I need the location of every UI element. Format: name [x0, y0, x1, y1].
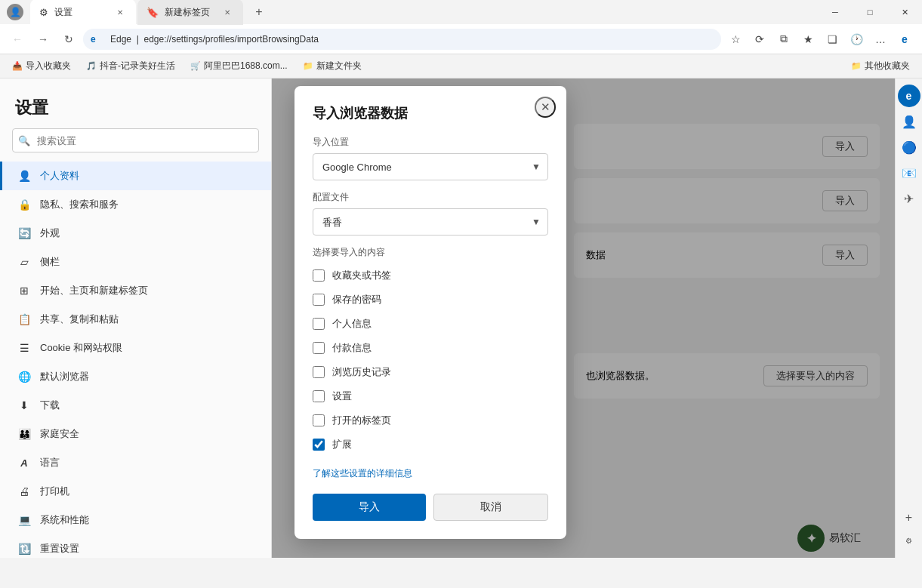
edge-favicon: e	[91, 34, 96, 45]
sidebar-item-default[interactable]: 🌐 默认浏览器	[0, 362, 271, 391]
sidebar-item-startup[interactable]: ⊞ 开始、主页和新建标签页	[0, 276, 271, 305]
sidebar-item-family[interactable]: 👨‍👩‍👦 家庭安全	[0, 420, 271, 448]
import-dialog: ✕ 导入浏览器数据 导入位置 Google Chrome Microsoft E…	[294, 86, 566, 539]
checkbox-settings-label: 设置	[332, 389, 352, 403]
checkbox-passwords-input[interactable]	[313, 294, 325, 306]
tab-newtab[interactable]: 🔖 新建标签页 ✕	[137, 0, 243, 25]
tab-newtab-close[interactable]: ✕	[220, 5, 234, 19]
sidebar-item-reset[interactable]: 🔃 重置设置	[0, 534, 271, 558]
sidebar-item-language[interactable]: A 语言	[0, 448, 271, 477]
sidebar-item-downloads[interactable]: ⬇ 下载	[0, 391, 271, 420]
dialog-cancel-button[interactable]: 取消	[433, 494, 548, 521]
checkbox-opentabs-input[interactable]	[313, 414, 325, 426]
tab-settings[interactable]: ⚙ 设置 ✕	[30, 0, 136, 25]
checkbox-favorites-label: 收藏夹或书签	[332, 269, 391, 282]
more-tools-button[interactable]: …	[869, 29, 892, 50]
browser-essentials-button[interactable]: 🕐	[845, 29, 868, 50]
profile-label: 配置文件	[313, 191, 548, 204]
main-page: 导入 导入 数据 导入 也浏览器数据。 选择要导入的内容	[272, 79, 895, 558]
share-nav-icon: 📋	[17, 312, 31, 326]
checkbox-history[interactable]: 浏览历史记录	[313, 360, 548, 384]
search-settings-input[interactable]	[12, 128, 259, 152]
sidebar-item-share[interactable]: 📋 共享、复制和粘贴	[0, 305, 271, 334]
dialog-close-button[interactable]: ✕	[535, 97, 556, 118]
checkbox-opentabs[interactable]: 打开的标签页	[313, 408, 548, 433]
checkbox-history-input[interactable]	[313, 366, 325, 378]
edge-sidebar-logo[interactable]: e	[898, 85, 920, 107]
checkbox-settings[interactable]: 设置	[313, 384, 548, 408]
edge-right-sidebar: e 👤 🔵 📧 ✈ + ⚙	[895, 79, 922, 558]
edge-sidebar-collections[interactable]: 🔵	[898, 136, 920, 159]
system-nav-icon: 💻	[17, 513, 31, 527]
profile-select-wrap: 香香 默认 ▼	[313, 208, 548, 236]
edge-sidebar-bing[interactable]: ✈	[898, 187, 920, 210]
checkbox-favorites[interactable]: 收藏夹或书签	[313, 263, 548, 288]
favorites-star-button[interactable]: ☆	[724, 29, 747, 50]
tab-settings-icon: ⚙	[39, 7, 48, 18]
refresh-button[interactable]: ↻	[57, 29, 80, 50]
bookmark-alibaba-label: 阿里巴巴1688.com...	[204, 60, 288, 72]
profile-icon[interactable]: 👤	[3, 0, 27, 24]
sidebar-item-profile[interactable]: 👤 个人资料	[0, 162, 271, 190]
printing-nav-icon: 🖨	[17, 485, 31, 498]
checkbox-extensions-input[interactable]	[313, 439, 325, 451]
address-input[interactable]	[83, 29, 721, 50]
dialog-import-button[interactable]: 导入	[313, 494, 426, 521]
checkbox-personal[interactable]: 个人信息	[313, 312, 548, 336]
checkbox-extensions[interactable]: 扩展	[313, 433, 548, 457]
bookmarks-bar: 📥 导入收藏夹 🎵 抖音-记录美好生活 🛒 阿里巴巴1688.com... 📁 …	[0, 54, 922, 79]
edge-logo-button[interactable]: e	[893, 29, 916, 50]
edge-sidebar-add[interactable]: +	[898, 506, 920, 529]
language-nav-icon: A	[17, 456, 31, 469]
sidebar-item-system-label: 系统和性能	[40, 513, 89, 527]
history-button[interactable]: ❏	[821, 29, 843, 50]
checkbox-passwords[interactable]: 保存的密码	[313, 288, 548, 312]
bookmark-import[interactable]: 📥 导入收藏夹	[6, 58, 77, 74]
default-nav-icon: 🌐	[17, 370, 31, 383]
bookmark-other[interactable]: 📁 其他收藏夹	[845, 58, 916, 74]
sidebar-item-appearance[interactable]: 🔄 外观	[0, 219, 271, 248]
appearance-nav-icon: 🔄	[17, 226, 31, 240]
privacy-nav-icon: 🔒	[17, 198, 31, 211]
edge-sidebar-profile[interactable]: 👤	[898, 110, 920, 133]
bookmark-alibaba[interactable]: 🛒 阿里巴巴1688.com...	[184, 58, 294, 74]
reset-nav-icon: 🔃	[17, 542, 31, 556]
close-button[interactable]: ✕	[887, 0, 922, 24]
bookmark-new-folder[interactable]: 📁 新建文件夹	[297, 58, 368, 74]
edge-sidebar-settings[interactable]: ⚙	[898, 529, 920, 552]
sidebar-item-privacy[interactable]: 🔒 隐私、搜索和服务	[0, 190, 271, 219]
sidebar-item-sidebar[interactable]: ▱ 侧栏	[0, 248, 271, 276]
checkbox-payment-input[interactable]	[313, 342, 325, 354]
edge-sidebar-outlook[interactable]: 📧	[898, 162, 920, 184]
checkbox-settings-input[interactable]	[313, 390, 325, 402]
split-screen-button[interactable]: ⧉	[772, 29, 795, 50]
sidebar-item-system[interactable]: 💻 系统和性能	[0, 506, 271, 534]
checkbox-payment[interactable]: 付款信息	[313, 336, 548, 360]
checkbox-favorites-input[interactable]	[313, 269, 325, 282]
dialog-actions: 导入 取消	[313, 494, 548, 521]
sidebar-item-privacy-label: 隐私、搜索和服务	[40, 198, 119, 211]
sidebar-item-share-label: 共享、复制和粘贴	[40, 312, 119, 326]
bookmark-alibaba-icon: 🛒	[190, 61, 201, 72]
minimize-button[interactable]: ─	[818, 0, 853, 24]
checkbox-personal-input[interactable]	[313, 318, 325, 330]
add-tab-button[interactable]: +	[246, 0, 272, 25]
bookmark-douyin[interactable]: 🎵 抖音-记录美好生活	[80, 58, 181, 74]
sidebar-item-startup-label: 开始、主页和新建标签页	[40, 284, 148, 297]
forward-button[interactable]: →	[32, 29, 54, 50]
bookmark-folder-icon: 📁	[303, 61, 313, 72]
profile-select[interactable]: 香香 默认	[313, 208, 548, 236]
address-bar: ← → ↻ e ☆ ⟳ ⧉ ★ ❏ 🕐 … e	[0, 24, 922, 54]
maximize-button[interactable]: □	[853, 0, 887, 24]
browser-select[interactable]: Google Chrome Microsoft Edge Internet Ex…	[313, 153, 548, 180]
sidebar-item-downloads-label: 下载	[40, 399, 60, 412]
tab-settings-close[interactable]: ✕	[113, 5, 127, 19]
checkbox-list: 收藏夹或书签 保存的密码 个人信息 付款信息	[313, 263, 548, 457]
title-bar-left: 👤 ⚙ 设置 ✕ 🔖 新建标签页 ✕ +	[0, 0, 272, 24]
reading-view-button[interactable]: ⟳	[748, 29, 771, 50]
sidebar-item-printing[interactable]: 🖨 打印机	[0, 477, 271, 506]
learn-more-link[interactable]: 了解这些设置的详细信息	[313, 467, 548, 480]
sidebar-item-cookies[interactable]: ☰ Cookie 和网站权限	[0, 334, 271, 362]
back-button[interactable]: ←	[6, 29, 29, 50]
collections-button[interactable]: ★	[797, 29, 819, 50]
